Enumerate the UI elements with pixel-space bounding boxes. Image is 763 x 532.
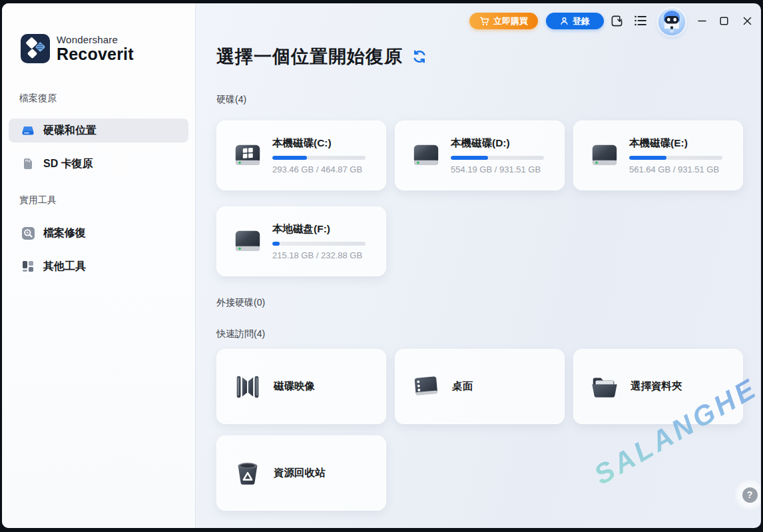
sd-card-icon xyxy=(21,156,35,171)
sidebar-section-utilities: 實用工具 xyxy=(19,194,57,206)
close-button[interactable] xyxy=(738,12,756,29)
quick-card-label: 資源回收站 xyxy=(274,466,326,480)
drive-usage-bar xyxy=(272,156,366,160)
feedback-icon[interactable] xyxy=(609,13,624,28)
desktop-icon xyxy=(411,372,441,402)
drive-name: 本機磁碟(D:) xyxy=(451,136,544,150)
drive-usage-bar xyxy=(629,156,722,160)
buy-now-label: 立即購買 xyxy=(493,15,528,27)
cart-icon xyxy=(479,17,489,26)
disk-image-icon xyxy=(232,372,263,402)
drive-name: 本地磁盘(F:) xyxy=(272,222,366,236)
page-title-text: 選擇一個位置開始復原 xyxy=(216,45,403,69)
sidebar-item-label: 檔案修復 xyxy=(43,226,86,240)
drive-name: 本機磁碟(C:) xyxy=(272,136,366,150)
drive-card-e[interactable]: 本機磁碟(E:) 561.64 GB / 931.51 GB xyxy=(573,121,743,190)
sidebar-item-label: SD 卡復原 xyxy=(43,157,93,171)
file-repair-icon xyxy=(21,226,35,240)
recycle-bin-icon xyxy=(232,458,263,489)
section-label-quick-access: 快速訪問(4) xyxy=(216,328,265,340)
page-title: 選擇一個位置開始復原 xyxy=(216,45,427,69)
drive-card-grid: 本機磁碟(C:) 293.46 GB / 464.87 GB 本機磁碟(D:) … xyxy=(216,121,744,276)
drive-name: 本機磁碟(E:) xyxy=(629,136,722,150)
quick-card-select-folder[interactable]: 選擇資料夾 xyxy=(573,349,743,424)
drive-usage-bar xyxy=(451,156,544,160)
question-mark-icon: ? xyxy=(742,487,758,503)
login-label: 登錄 xyxy=(573,15,590,27)
task-list-icon[interactable] xyxy=(633,13,648,28)
refresh-icon[interactable] xyxy=(412,49,427,64)
drive-usage-bar xyxy=(272,242,366,246)
drive-usage-text: 561.64 GB / 931.51 GB xyxy=(629,164,722,174)
quick-card-label: 磁碟映像 xyxy=(274,380,315,394)
recoverit-logo-icon xyxy=(21,34,50,63)
section-label-hdd: 硬碟(4) xyxy=(216,94,246,106)
hard-drive-icon xyxy=(589,140,620,171)
quick-card-recycle-bin[interactable]: 資源回收站 xyxy=(216,435,386,511)
minimize-button[interactable] xyxy=(693,12,710,29)
drive-card-c[interactable]: 本機磁碟(C:) 293.46 GB / 464.87 GB xyxy=(216,121,386,190)
folder-icon xyxy=(589,372,620,402)
windows-drive-icon xyxy=(232,140,263,171)
logo-brand-text: Wondershare xyxy=(57,35,134,45)
drive-usage-text: 293.46 GB / 464.87 GB xyxy=(272,164,366,174)
sidebar-item-sd-card[interactable]: SD 卡復原 xyxy=(9,152,188,176)
login-button[interactable]: 登錄 xyxy=(546,13,604,29)
hard-drive-icon xyxy=(232,226,263,257)
drive-usage-text: 215.18 GB / 232.88 GB xyxy=(272,250,366,260)
quick-card-label: 選擇資料夾 xyxy=(631,380,682,394)
sidebar-item-label: 硬碟和位置 xyxy=(43,124,97,138)
drive-usage-text: 554.19 GB / 931.51 GB xyxy=(451,164,544,174)
section-label-external: 外接硬碟(0) xyxy=(216,297,265,309)
hard-drive-icon xyxy=(411,140,441,171)
sidebar-item-file-repair[interactable]: 檔案修復 xyxy=(9,221,188,245)
app-window: Wondershare Recoverit 檔案復原 硬碟和位置 xyxy=(2,3,761,528)
drive-card-f[interactable]: 本地磁盘(F:) 215.18 GB / 232.88 GB xyxy=(216,206,386,276)
sidebar-item-label: 其他工具 xyxy=(43,260,86,274)
sidebar-section-file-recovery: 檔案復原 xyxy=(19,93,57,105)
more-tools-icon xyxy=(21,259,35,274)
quick-card-disk-image[interactable]: 磁碟映像 xyxy=(216,349,386,424)
hard-drive-icon xyxy=(21,123,35,138)
sidebar-item-more-tools[interactable]: 其他工具 xyxy=(9,254,188,278)
sidebar: Wondershare Recoverit 檔案復原 硬碟和位置 xyxy=(2,3,195,528)
help-button[interactable]: ? xyxy=(734,479,761,510)
quick-card-desktop[interactable]: 桌面 xyxy=(395,349,565,424)
assistant-robot-avatar[interactable] xyxy=(658,9,685,35)
sidebar-item-drives-locations[interactable]: 硬碟和位置 xyxy=(9,119,188,142)
quick-card-label: 桌面 xyxy=(452,380,473,394)
app-logo: Wondershare Recoverit xyxy=(21,34,134,63)
buy-now-button[interactable]: 立即購買 xyxy=(469,13,538,29)
logo-product-text: Recoverit xyxy=(57,46,134,63)
user-icon xyxy=(560,17,569,25)
drive-card-d[interactable]: 本機磁碟(D:) 554.19 GB / 931.51 GB xyxy=(395,121,565,190)
quick-access-grid: 磁碟映像 桌面 選擇資料夾 xyxy=(216,349,744,511)
maximize-button[interactable] xyxy=(715,12,732,29)
